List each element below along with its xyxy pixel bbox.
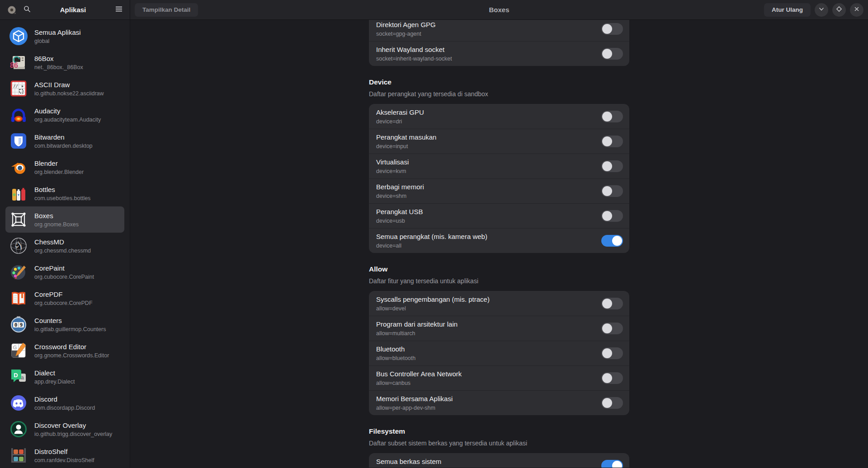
ascii-draw-icon: // (9, 79, 28, 98)
permission-card: Direktori Agen GPG socket=gpg-agent Inhe… (369, 20, 629, 66)
section-title: Device (369, 78, 629, 87)
app-name: Bottles (34, 185, 90, 194)
permission-toggle[interactable] (601, 185, 623, 197)
sidebar-app-item[interactable]: Discover Overlay io.github.trigg.discove… (5, 416, 124, 442)
permission-toggle[interactable] (601, 160, 623, 172)
app-name: ASCII Draw (34, 80, 104, 89)
sidebar-app-item[interactable]: 09 Counters io.gitlab.guillermop.Counter… (5, 311, 124, 337)
svg-text:86: 86 (10, 61, 18, 69)
reset-button[interactable]: Atur Ulang (764, 3, 811, 17)
permission-toggle[interactable] (601, 48, 623, 60)
corepaint-icon (9, 262, 28, 281)
search-button[interactable] (22, 4, 33, 16)
svg-text:a: a (21, 374, 24, 381)
boxes-icon (9, 210, 28, 229)
audacity-icon (9, 105, 28, 124)
permission-toggle[interactable] (601, 136, 623, 147)
sidebar-app-item[interactable]: CorePDF org.cubocore.CorePDF (5, 285, 124, 311)
permission-toggle[interactable] (601, 347, 623, 359)
permission-title: Akselerasi GPU (376, 108, 424, 117)
permission-card: Akselerasi GPU device=dri Perangkat masu… (369, 104, 629, 253)
app-id: org.blender.Blender (34, 168, 84, 176)
app-name: Dialect (34, 369, 75, 377)
section-subtitle: Daftar fitur yang tersedia untuk aplikas… (369, 277, 629, 285)
search-icon (24, 5, 31, 14)
permission-toggle[interactable] (601, 210, 623, 222)
sidebar-header: Aplikasi (0, 0, 130, 19)
sidebar-app-item[interactable]: Discord com.discordapp.Discord (5, 390, 124, 416)
permission-row: Semua berkas sistem filesystem=host (369, 453, 629, 468)
app-id: io.github.trigg.discover_overlay (34, 431, 112, 438)
app-id: org.gnome.Crosswords.Editor (34, 352, 109, 359)
app-id: com.ranfdev.DistroShelf (34, 457, 94, 464)
permission-key: allow=multiarch (376, 330, 458, 337)
maximize-button[interactable] (832, 3, 846, 17)
sidebar-title: Aplikasi (36, 6, 110, 14)
distroshelf-icon (9, 446, 28, 465)
permission-row: Memori Bersama Aplikasi allow=per-app-de… (369, 390, 629, 415)
app-id: org.cubocore.CorePDF (34, 300, 93, 307)
permission-row: Bus Controller Area Network allow=canbus (369, 365, 629, 390)
minimize-button[interactable] (815, 3, 828, 17)
permission-row: Program dari arsitektur lain allow=multi… (369, 316, 629, 341)
app-id: org.gnome.Boxes (34, 221, 79, 228)
permission-row: Akselerasi GPU device=dri (369, 104, 629, 129)
discover-overlay-icon (9, 420, 28, 439)
permission-key: device=dri (376, 118, 424, 125)
permission-toggle[interactable] (601, 235, 623, 247)
permission-key: allow=bluetooth (376, 355, 415, 362)
permission-toggle[interactable] (601, 323, 623, 334)
permission-row: Inherit Wayland socket socket=inherit-wa… (369, 41, 629, 66)
permission-toggle[interactable] (601, 372, 623, 384)
sidebar-app-item[interactable]: ♞ ChessMD org.chessmd.chessmd (5, 233, 124, 259)
app-name: CorePaint (34, 264, 94, 272)
app-name: Semua Aplikasi (34, 28, 81, 37)
permission-title: Virtualisasi (376, 158, 409, 166)
permission-section: AllowDaftar fitur yang tersedia untuk ap… (369, 265, 629, 415)
permission-title: Syscalls pengembangan (mis. ptrace) (376, 295, 490, 304)
permission-toggle[interactable] (601, 23, 623, 35)
sidebar-app-item[interactable]: Audacity org.audacityteam.Audacity (5, 102, 124, 128)
permission-toggle[interactable] (601, 460, 623, 468)
permission-key: socket=inherit-wayland-socket (376, 55, 452, 62)
sidebar-app-item[interactable]: // ASCII Draw io.github.nokse22.asciidra… (5, 75, 124, 102)
permission-row: Semua perangkat (mis. kamera web) device… (369, 228, 629, 253)
permission-key: socket=gpg-agent (376, 30, 436, 37)
permission-toggle[interactable] (601, 298, 623, 309)
app-id: com.discordapp.Discord (34, 404, 95, 412)
sidebar-app-item[interactable]: aD Dialect app.drey.Dialect (5, 364, 124, 390)
sidebar-app-item[interactable]: Bitwarden com.bitwarden.desktop (5, 128, 124, 154)
app-name: Crossword Editor (34, 342, 109, 351)
sidebar-app-item[interactable]: Boxes org.gnome.Boxes (5, 206, 124, 233)
permission-row: Perangkat USB device=usb (369, 203, 629, 228)
close-button[interactable] (850, 3, 863, 17)
svg-text:G: G (13, 345, 17, 350)
app-name: CorePDF (34, 290, 93, 299)
hamburger-icon (115, 5, 123, 14)
sidebar-app-item[interactable]: 86 86Box net._86box._86Box (5, 49, 124, 75)
permission-key: device=input (376, 143, 436, 150)
sidebar-app-item[interactable]: Blender org.blender.Blender (5, 154, 124, 180)
permission-section: Direktori Agen GPG socket=gpg-agent Inhe… (369, 20, 629, 66)
bitwarden-icon (9, 131, 28, 150)
chevron-down-icon (818, 6, 825, 14)
sidebar-app-item[interactable]: GN Crossword Editor org.gnome.Crosswords… (5, 337, 124, 364)
permissions-panel: Direktori Agen GPG socket=gpg-agent Inhe… (369, 20, 629, 468)
section-subtitle: Daftar perangkat yang tersedia di sandbo… (369, 90, 629, 98)
permission-toggle[interactable] (601, 111, 623, 122)
permission-toggle[interactable] (601, 397, 623, 409)
permission-row: Perangkat masukan device=input (369, 129, 629, 154)
app-name: DistroShelf (34, 447, 94, 456)
sidebar-app-item[interactable]: Bottles com.usebottles.bottles (5, 180, 124, 206)
sidebar-app-item[interactable]: CorePaint org.cubocore.CorePaint (5, 259, 124, 285)
permission-title: Bus Controller Area Network (376, 370, 462, 378)
menu-button[interactable] (113, 4, 124, 16)
permission-card: Semua berkas sistem filesystem=host (369, 453, 629, 468)
sidebar-app-item[interactable]: Semua Aplikasi global (5, 23, 124, 49)
app-list: Semua Aplikasi global 86 86Box net._86bo… (0, 20, 130, 468)
headerbar: Aplikasi Tampilkan Detail Boxes Atur Ula… (0, 0, 868, 20)
sidebar-app-item[interactable]: DistroShelf com.ranfdev.DistroShelf (5, 442, 124, 468)
discord-icon (9, 393, 28, 412)
permissions-content: Direktori Agen GPG socket=gpg-agent Inhe… (130, 20, 868, 468)
show-details-button[interactable]: Tampilkan Detail (135, 3, 198, 17)
